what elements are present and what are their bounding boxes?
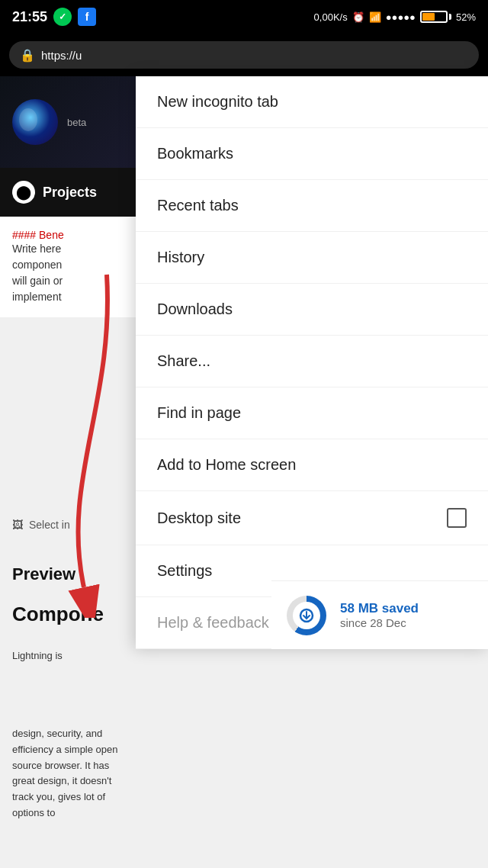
article-line-2: Write here	[12, 241, 125, 257]
menu-item-recent-tabs[interactable]: Recent tabs	[136, 180, 488, 232]
github-icon: ⬤	[12, 181, 35, 204]
component-label: Compone	[12, 603, 104, 626]
beta-label: beta	[67, 117, 86, 128]
status-left: 21:55 ✓ f	[12, 8, 96, 26]
new-incognito-tab-label: New incognito tab	[157, 93, 278, 111]
page-background: beta ⬤ Projects #### Bene Write here com…	[0, 76, 488, 868]
menu-item-bookmarks[interactable]: Bookmarks	[136, 128, 488, 180]
status-bar: 21:55 ✓ f 0,00K/s ⏰ 📶 ●●●●● 52%	[0, 0, 488, 34]
url-text: https://u	[41, 49, 82, 62]
save-icon	[287, 596, 326, 635]
image-icon: 🖼	[12, 519, 23, 531]
menu-item-find-in-page[interactable]: Find in page	[136, 387, 488, 439]
data-saver-icon	[298, 607, 315, 624]
site-header: beta	[0, 76, 137, 168]
share-label: Share...	[157, 352, 210, 370]
status-time: 21:55	[12, 9, 47, 25]
network-speed: 0,00K/s	[314, 11, 348, 23]
find-in-page-label: Find in page	[157, 404, 241, 422]
app-icon-facebook: f	[78, 8, 96, 26]
menu-item-add-to-home[interactable]: Add to Home screen	[136, 439, 488, 491]
select-label: Select in	[29, 519, 70, 531]
browser-bar: 🔒 https://u	[0, 34, 488, 76]
desktop-site-label: Desktop site	[157, 510, 241, 527]
save-text-block: 58 MB saved since 28 Dec	[340, 601, 419, 629]
bookmarks-label: Bookmarks	[157, 145, 233, 162]
menu-item-history[interactable]: History	[136, 232, 488, 284]
menu-item-downloads[interactable]: Downloads	[136, 284, 488, 336]
history-label: History	[157, 249, 204, 266]
article-line-5: implement	[12, 289, 125, 305]
select-row: 🖼 Select in	[12, 519, 70, 531]
site-article: #### Bene Write here componen will gain …	[0, 217, 137, 317]
more-body-text: design, security, and efficiency a simpl…	[0, 717, 136, 831]
article-line-1: #### Bene	[12, 229, 125, 241]
app-icon-whatsapp: ✓	[53, 8, 72, 26]
body-text: Lightning is	[12, 648, 134, 664]
battery-percent: 52%	[456, 11, 476, 23]
help-feedback-label: Help & feedback	[157, 614, 269, 632]
article-line-3: componen	[12, 257, 125, 273]
alarm-icon: ⏰	[352, 11, 364, 23]
save-mb-text: 58 MB saved	[340, 601, 419, 616]
signal-icon: ●●●●●	[386, 11, 416, 23]
wifi-icon: 📶	[369, 11, 381, 23]
status-icons: 0,00K/s ⏰ 📶 ●●●●● 52%	[314, 11, 476, 23]
projects-label: Projects	[43, 185, 97, 201]
preview-label: Preview	[12, 564, 75, 584]
lock-icon: 🔒	[20, 48, 35, 63]
article-line-4: will gain or	[12, 273, 125, 289]
projects-row: ⬤ Projects	[0, 168, 137, 217]
menu-item-share[interactable]: Share...	[136, 336, 488, 387]
dropdown-menu: New incognito tab Bookmarks Recent tabs …	[136, 76, 488, 649]
save-since-text: since 28 Dec	[340, 616, 419, 629]
save-bar: 58 MB saved since 28 Dec	[271, 580, 488, 649]
recent-tabs-label: Recent tabs	[157, 197, 239, 214]
save-icon-inner	[293, 602, 320, 629]
add-to-home-label: Add to Home screen	[157, 456, 296, 474]
url-bar[interactable]: 🔒 https://u	[9, 41, 479, 69]
desktop-site-checkbox[interactable]	[447, 508, 467, 528]
menu-item-desktop-site[interactable]: Desktop site	[136, 491, 488, 545]
battery-indicator	[420, 11, 451, 23]
menu-item-new-incognito-tab[interactable]: New incognito tab	[136, 76, 488, 128]
site-logo	[12, 99, 58, 145]
downloads-label: Downloads	[157, 301, 233, 318]
settings-label: Settings	[157, 562, 212, 580]
